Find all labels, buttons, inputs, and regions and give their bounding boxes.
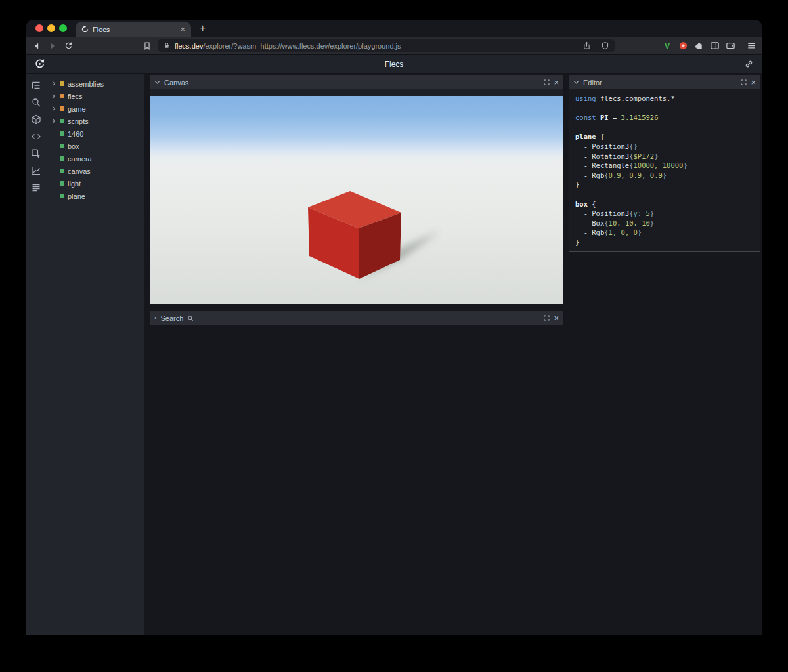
entity-color-swatch <box>60 181 64 186</box>
tree-item-label: flecs <box>68 93 83 100</box>
collapsed-bullet-icon[interactable]: • <box>154 314 157 322</box>
close-icon[interactable]: × <box>554 78 559 87</box>
zoom-window-button[interactable] <box>59 24 67 32</box>
tab-title: Flecs <box>93 26 176 33</box>
red-extension-icon[interactable] <box>678 41 688 51</box>
share-icon[interactable] <box>582 41 591 50</box>
chart-icon[interactable] <box>31 165 41 176</box>
forward-button[interactable] <box>47 41 58 51</box>
url-path: /explorer/?wasm=https://www.flecs.dev/ex… <box>203 42 401 50</box>
entity-color-swatch <box>60 94 64 98</box>
tree-item-flecs[interactable]: flecs <box>46 90 144 102</box>
url-text: flecs.dev/explorer/?wasm=https://www.fle… <box>175 42 579 50</box>
bookmark-icon[interactable] <box>142 41 152 51</box>
minimize-window-button[interactable] <box>47 24 55 32</box>
extension-icons: V <box>662 41 756 51</box>
tree-expand-spacer <box>51 193 56 199</box>
expand-icon[interactable] <box>741 79 747 85</box>
back-button[interactable] <box>32 41 42 51</box>
chevron-down-icon[interactable] <box>154 80 160 85</box>
address-bar-actions <box>582 41 609 50</box>
code-line: box { <box>575 200 754 209</box>
editor-panel-header: Editor × <box>569 75 760 89</box>
tree-item-label: assemblies <box>68 80 104 88</box>
tree-item-box[interactable]: box <box>46 140 144 152</box>
tree-item-label: light <box>68 180 81 188</box>
tree-item-label: scripts <box>68 117 89 125</box>
tree-item-label: plane <box>68 192 85 200</box>
tree-item-scripts[interactable]: scripts <box>46 115 144 127</box>
expand-icon[interactable] <box>544 79 550 85</box>
code-line: plane { <box>575 132 754 142</box>
tree-item-light[interactable]: light <box>46 177 144 190</box>
tree-expand-icon[interactable] <box>51 106 56 112</box>
tree-expand-spacer <box>51 168 56 174</box>
tree-item-label: box <box>68 142 79 150</box>
browser-window: Flecs × + <box>26 20 762 635</box>
entity-tree-panel: assembliesflecsgamescripts1460boxcamerac… <box>26 74 144 635</box>
close-icon[interactable]: × <box>751 78 756 87</box>
entity-color-swatch <box>60 106 64 111</box>
search-icon[interactable] <box>31 97 41 108</box>
vimium-extension-icon[interactable]: V <box>662 41 672 51</box>
3d-viewport[interactable] <box>150 96 563 304</box>
new-tab-button[interactable]: + <box>200 23 206 33</box>
magnifier-icon <box>187 315 194 322</box>
window-controls <box>35 24 67 32</box>
entities-icon[interactable] <box>31 114 41 125</box>
menu-icon[interactable] <box>746 41 756 51</box>
reload-button[interactable] <box>63 41 74 51</box>
inspect-icon[interactable] <box>31 148 41 159</box>
tree-item-1460[interactable]: 1460 <box>46 127 144 140</box>
tree-expand-spacer <box>51 180 56 186</box>
code-line: } <box>575 180 754 190</box>
sidebar-toggle-icon[interactable] <box>709 41 720 51</box>
code-line: } <box>575 238 754 247</box>
divider <box>596 42 596 50</box>
close-icon[interactable]: × <box>554 314 559 322</box>
tab-close-icon[interactable]: × <box>180 25 185 33</box>
tree-item-plane[interactable]: plane <box>46 190 144 202</box>
tree-item-camera[interactable]: camera <box>46 152 144 165</box>
tree-item-label: game <box>68 105 86 113</box>
tree-item-canvas[interactable]: canvas <box>46 165 144 177</box>
code-line: - Box{10, 10, 10} <box>575 219 754 228</box>
entity-color-swatch <box>60 119 64 123</box>
entity-color-swatch <box>60 194 64 198</box>
app-header: Flecs <box>26 55 762 74</box>
code-line: using flecs.components.* <box>575 94 754 104</box>
tree-item-assemblies[interactable]: assemblies <box>46 77 144 90</box>
entity-color-swatch <box>60 156 64 161</box>
tree-expand-icon[interactable] <box>51 81 56 87</box>
hierarchy-icon[interactable] <box>31 80 41 91</box>
code-editor[interactable]: using flecs.components.* const PI = 3.14… <box>569 89 760 251</box>
chevron-down-icon[interactable] <box>573 80 579 85</box>
editor-panel-title: Editor <box>583 79 602 87</box>
extensions-puzzle-icon[interactable] <box>693 41 704 51</box>
stats-icon[interactable] <box>31 182 41 193</box>
canvas-panel-header: Canvas × <box>150 75 563 89</box>
3d-scene <box>150 96 563 304</box>
close-window-button[interactable] <box>35 24 43 32</box>
tree-expand-icon[interactable] <box>51 118 56 124</box>
shield-icon[interactable] <box>601 41 609 50</box>
code-icon[interactable] <box>31 131 41 142</box>
search-panel: • Search × <box>150 311 563 325</box>
code-line: - Rotation3{$PI/2} <box>575 152 754 161</box>
browser-tabstrip: Flecs × + <box>26 20 762 37</box>
tree-item-game[interactable]: game <box>46 102 144 115</box>
main-area: Canvas × <box>144 74 762 635</box>
lock-icon[interactable] <box>163 41 171 50</box>
app-content: assembliesflecsgamescripts1460boxcamerac… <box>26 74 762 635</box>
browser-tab[interactable]: Flecs × <box>76 22 191 37</box>
share-link-icon[interactable] <box>744 59 754 69</box>
entity-color-swatch <box>60 144 64 148</box>
address-bar[interactable]: flecs.dev/explorer/?wasm=https://www.fle… <box>158 39 615 52</box>
expand-icon[interactable] <box>544 315 550 321</box>
search-panel-header: • Search × <box>150 311 563 325</box>
code-line: - Rectangle{10000, 10000} <box>575 161 754 171</box>
wallet-icon[interactable] <box>725 41 735 51</box>
tree-expand-icon[interactable] <box>51 93 56 99</box>
search-panel-title: Search <box>161 314 184 322</box>
canvas-panel-title: Canvas <box>164 79 188 87</box>
